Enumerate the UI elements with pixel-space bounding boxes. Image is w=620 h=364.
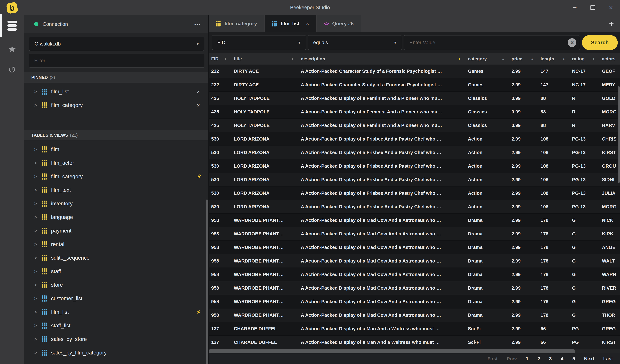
minimize-button[interactable]: −	[566, 0, 584, 15]
sort-arrow-icon[interactable]: ▲	[501, 57, 505, 61]
column-header-category[interactable]: category▲	[465, 53, 509, 64]
sidebar-item-sqlite_sequence[interactable]: >sqlite_sequence	[24, 251, 208, 265]
sort-arrow-icon[interactable]: ▲	[224, 57, 227, 61]
pin-icon[interactable]	[195, 309, 202, 316]
table-row[interactable]: 958WARDROBE PHANT…A Action-Packed Displa…	[209, 227, 620, 241]
filter-operator-select[interactable]: equals ▼	[308, 35, 402, 50]
table-row[interactable]: 137CHARADE DUFFELA Action-Packed Display…	[209, 322, 620, 336]
sidebar-item-film_text[interactable]: >film_text	[24, 183, 208, 197]
page-button-1[interactable]: 1	[526, 356, 528, 362]
column-header-length[interactable]: length▲	[538, 53, 570, 64]
sidebar-item-film[interactable]: >film	[24, 143, 208, 156]
sidebar-item-language[interactable]: >language	[24, 210, 208, 224]
table-row[interactable]: 958WARDROBE PHANT…A Action-Packed Displa…	[209, 308, 620, 322]
sidebar-item-inventory[interactable]: >inventory	[24, 197, 208, 210]
expand-chevron-icon[interactable]: >	[34, 147, 39, 152]
expand-chevron-icon[interactable]: >	[34, 309, 39, 315]
table-row[interactable]: 958WARDROBE PHANT…A Action-Packed Displa…	[209, 214, 620, 227]
sidebar-scrollbar-thumb[interactable]	[206, 199, 208, 364]
table-row[interactable]: 425HOLY TADPOLEA Action-Packed Display o…	[209, 92, 620, 105]
sidebar-item-sales_by_film_category[interactable]: >sales_by_film_category	[24, 346, 208, 360]
expand-chevron-icon[interactable]: >	[34, 201, 39, 206]
sidebar-item-customer_list[interactable]: >customer_list	[24, 292, 208, 305]
tab-query-5[interactable]: <>Query #5	[317, 15, 361, 32]
expand-chevron-icon[interactable]: >	[34, 89, 39, 94]
page-button-2[interactable]: 2	[538, 356, 540, 362]
table-row[interactable]: 232DIRTY ACEA Action-Packed Character St…	[209, 64, 620, 78]
sidebar-item-payment[interactable]: >payment	[24, 224, 208, 238]
sidebar-filter-input[interactable]	[29, 54, 204, 68]
sort-arrow-icon[interactable]: ▲	[592, 57, 595, 61]
sort-arrow-icon[interactable]: ▲	[530, 57, 534, 61]
expand-chevron-icon[interactable]: >	[34, 336, 39, 342]
table-row[interactable]: 530LORD ARIZONAA Action-Packed Display o…	[209, 132, 620, 146]
connection-header[interactable]: Connection •••	[24, 15, 208, 33]
page-button-3[interactable]: 3	[549, 356, 552, 362]
page-button-prev[interactable]: Prev	[507, 356, 517, 362]
column-header-fid[interactable]: FID▲	[209, 53, 231, 64]
search-button[interactable]: Search	[582, 35, 618, 50]
connection-menu-icon[interactable]: •••	[194, 22, 201, 27]
page-button-first[interactable]: First	[487, 356, 498, 362]
sidebar-item-film_actor[interactable]: >film_actor	[24, 156, 208, 170]
maximize-button[interactable]	[584, 0, 602, 15]
table-horizontal-scrollbar-thumb[interactable]	[209, 349, 575, 353]
table-row[interactable]: 958WARDROBE PHANT…A Action-Packed Displa…	[209, 295, 620, 308]
sidebar-item-staff[interactable]: >staff	[24, 265, 208, 278]
page-button-last[interactable]: Last	[603, 356, 613, 362]
expand-chevron-icon[interactable]: >	[34, 228, 39, 233]
page-button-5[interactable]: 5	[572, 356, 575, 362]
column-header-price[interactable]: price▲	[509, 53, 538, 64]
table-row[interactable]: 530LORD ARIZONAA Action-Packed Display o…	[209, 159, 620, 173]
page-button-next[interactable]: Next	[584, 356, 594, 362]
table-row[interactable]: 958WARDROBE PHANT…A Action-Packed Displa…	[209, 281, 620, 295]
expand-chevron-icon[interactable]: >	[34, 187, 39, 193]
table-row[interactable]: 958WARDROBE PHANT…A Action-Packed Displa…	[209, 241, 620, 254]
column-header-title[interactable]: title▲	[231, 53, 298, 64]
table-row[interactable]: 425HOLY TADPOLEA Action-Packed Display o…	[209, 105, 620, 119]
sort-arrow-icon[interactable]: ▲	[291, 57, 294, 61]
expand-chevron-icon[interactable]: >	[34, 242, 39, 247]
tab-close-icon[interactable]: ×	[306, 21, 309, 27]
sidebar-item-film_list[interactable]: >film_list	[24, 305, 208, 319]
table-row[interactable]: 530LORD ARIZONAA Action-Packed Display o…	[209, 146, 620, 159]
rail-history-button[interactable]: ↺	[0, 61, 24, 79]
expand-chevron-icon[interactable]: >	[34, 323, 39, 328]
rail-favorites-button[interactable]: ★	[0, 40, 24, 58]
sidebar-item-rental[interactable]: >rental	[24, 238, 208, 251]
column-header-actors[interactable]: actors	[599, 53, 620, 64]
column-header-rating[interactable]: rating▲	[570, 53, 599, 64]
table-vertical-scrollbar-thumb[interactable]	[618, 86, 620, 183]
rail-tables-button[interactable]	[0, 17, 24, 34]
table-row[interactable]: 232DIRTY ACEA Action-Packed Character St…	[209, 78, 620, 92]
table-row[interactable]: 530LORD ARIZONAA Action-Packed Display o…	[209, 200, 620, 214]
sidebar-item-staff_list[interactable]: >staff_list	[24, 319, 208, 332]
expand-chevron-icon[interactable]: >	[34, 269, 39, 274]
new-tab-button[interactable]: +	[606, 15, 617, 32]
close-button[interactable]: ×	[602, 0, 620, 15]
unpin-close-icon[interactable]: ×	[197, 102, 200, 108]
table-row[interactable]: 958WARDROBE PHANT…A Action-Packed Displa…	[209, 254, 620, 268]
column-header-description[interactable]: description▲	[298, 53, 465, 64]
page-button-4[interactable]: 4	[561, 356, 563, 362]
filter-value-input[interactable]	[404, 35, 580, 50]
table-horizontal-scrollbar-track[interactable]	[209, 349, 620, 353]
tab-film-list[interactable]: film_list×	[265, 15, 316, 32]
table-row[interactable]: 530LORD ARIZONAA Action-Packed Display o…	[209, 186, 620, 200]
unpin-close-icon[interactable]: ×	[197, 89, 200, 95]
sidebar-item-store[interactable]: >store	[24, 278, 208, 292]
expand-chevron-icon[interactable]: >	[34, 296, 39, 301]
expand-chevron-icon[interactable]: >	[34, 282, 39, 288]
sidebar-item-film_list[interactable]: >film_list×	[24, 85, 208, 98]
sort-arrow-icon[interactable]: ▲	[562, 57, 565, 61]
expand-chevron-icon[interactable]: >	[34, 350, 39, 355]
expand-chevron-icon[interactable]: >	[34, 174, 39, 179]
database-select[interactable]: C:\sakila.db ▼	[29, 37, 204, 51]
expand-chevron-icon[interactable]: >	[34, 214, 39, 220]
tab-film-category[interactable]: film_category	[209, 15, 264, 32]
table-row[interactable]: 425HOLY TADPOLEA Action-Packed Display o…	[209, 119, 620, 132]
pin-icon[interactable]	[195, 173, 202, 180]
sidebar-item-sales_by_store[interactable]: >sales_by_store	[24, 332, 208, 346]
sidebar-item-film_category[interactable]: >film_category	[24, 170, 208, 183]
filter-column-select[interactable]: FID ▼	[212, 35, 306, 50]
